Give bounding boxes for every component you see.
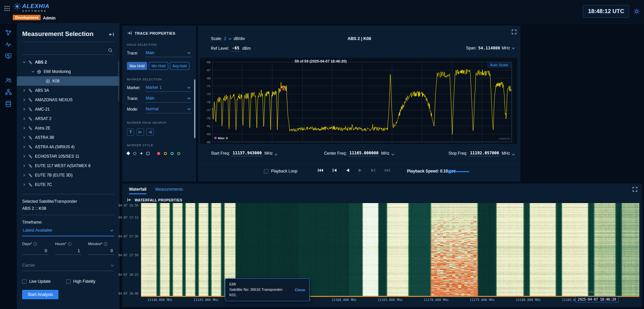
step-back-button[interactable]: [332, 168, 337, 172]
start-analysis-button[interactable]: Start Analysis: [22, 290, 58, 299]
avg-hold-button[interactable]: Avg Hold: [170, 62, 189, 70]
chevron-right-icon[interactable]: [22, 98, 26, 102]
satellite-icon: [28, 98, 33, 102]
slider-knob[interactable]: [448, 170, 452, 173]
tree-item-echostar-105-ses-11[interactable]: ECHOSTAR 105/SES 11: [17, 152, 120, 161]
span-value[interactable]: 54.114000: [478, 46, 500, 50]
chevron-down-icon[interactable]: [274, 153, 278, 156]
hours-input[interactable]: 1: [55, 246, 81, 255]
play-reverse-button[interactable]: [346, 168, 350, 172]
high-fidelity-checkbox[interactable]: High Fidelity: [66, 279, 95, 284]
tree-scrollbar[interactable]: [118, 61, 119, 101]
playback-loop-label: Playback Loop: [271, 169, 297, 173]
minutes-input[interactable]: 0: [88, 246, 114, 255]
users-icon[interactable]: [5, 77, 12, 84]
expand-chart-icon[interactable]: [512, 30, 516, 34]
chevron-right-icon[interactable]: [22, 89, 26, 92]
hold-trace-select[interactable]: Main: [145, 50, 191, 57]
chevron-right-icon[interactable]: [22, 136, 26, 139]
tree-item-abs-3a[interactable]: ABS 3A: [17, 86, 120, 95]
tree-item-eute-117-west-a-satmex-8[interactable]: EUTE 117 WEST A(SATMEX 8: [17, 161, 120, 170]
marker-trace-select[interactable]: Main: [145, 96, 191, 103]
scale-value-select[interactable]: 2: [224, 36, 226, 41]
chevron-down-icon[interactable]: [22, 61, 26, 64]
green-color-swatch[interactable]: [177, 152, 180, 155]
signal-icon[interactable]: [5, 41, 12, 48]
constellation-icon[interactable]: [5, 29, 12, 36]
network-icon[interactable]: [5, 88, 12, 96]
tree-item-astra-2e[interactable]: Astra 2E: [17, 123, 120, 133]
monitor-icon[interactable]: [5, 52, 12, 60]
tree-item-eute-7c[interactable]: EUTE 7C: [17, 180, 120, 189]
collapse-panel-icon[interactable]: [109, 32, 114, 37]
red-color-swatch[interactable]: [157, 152, 160, 155]
ref-level-unit: dBm: [242, 46, 251, 51]
days-input[interactable]: 0: [22, 246, 48, 255]
info-icon[interactable]: i: [33, 242, 37, 246]
chevron-right-icon[interactable]: [22, 126, 26, 130]
tab-measurements[interactable]: Measurements: [155, 187, 183, 194]
live-update-checkbox[interactable]: Live Update: [22, 279, 51, 284]
chevron-right-icon[interactable]: [22, 164, 26, 167]
collapse-right-icon[interactable]: [127, 31, 132, 35]
info-icon[interactable]: i: [68, 242, 72, 246]
chevron-right-icon[interactable]: [22, 117, 26, 120]
chevron-down-icon[interactable]: [31, 70, 35, 73]
timeframe-select[interactable]: Latest Available: [22, 225, 114, 236]
chevron-down-icon[interactable]: [391, 153, 395, 156]
waterfall-tooltip: EMI Satellite No: 36516 Transponder: K01…: [225, 278, 310, 301]
tree-item-astra-4a-sirius-4-[interactable]: ASTRA 4A (SIRIUS 4): [17, 142, 120, 152]
info-icon[interactable]: i: [104, 242, 107, 246]
play-forward-button[interactable]: [358, 168, 362, 172]
tree-item-eute-7b-eute-3d-[interactable]: EUTE 7B (EUTE 3D): [17, 170, 120, 180]
marker-select[interactable]: Marker 1: [145, 85, 191, 92]
stop-freq-input[interactable]: 11192.057000: [469, 151, 500, 156]
peak-search-button[interactable]: [127, 128, 134, 136]
expand-waterfall-icon[interactable]: [633, 187, 637, 192]
peak-right-button[interactable]: [146, 128, 154, 136]
chevron-right-icon[interactable]: [22, 173, 26, 177]
tree-item-abs-2[interactable]: ABS 2: [17, 57, 120, 67]
collapse-left-icon[interactable]: [127, 198, 132, 202]
tree-item-arsat-2[interactable]: ARSAT 2: [17, 114, 120, 123]
diamond-marker-shape[interactable]: [126, 151, 130, 155]
tree-item-astra-3b[interactable]: ASTRA 3B: [17, 133, 120, 142]
center-freq-input[interactable]: 11165.000000: [348, 151, 379, 156]
chevron-right-icon[interactable]: [22, 183, 26, 186]
apps-grid-icon[interactable]: [4, 5, 10, 11]
cyan-color-swatch[interactable]: [171, 152, 174, 155]
orange-color-swatch[interactable]: [164, 152, 167, 155]
spectrum-canvas[interactable]: [200, 58, 517, 144]
mode-select[interactable]: Normal: [145, 107, 191, 113]
auto-scale-button[interactable]: Auto Scale: [487, 62, 511, 68]
playback-loop-checkbox[interactable]: Playback Loop: [264, 169, 297, 173]
ref-level-input[interactable]: -65: [231, 46, 240, 51]
tree-item-amc-21[interactable]: AMC-21: [17, 105, 120, 114]
tree-item-emi-monitoring[interactable]: EMI Monitoring: [17, 67, 120, 76]
chevron-right-icon[interactable]: [22, 145, 26, 149]
square-marker-shape[interactable]: [146, 152, 149, 155]
playback-speed-slider[interactable]: [447, 170, 469, 173]
step-forward-button[interactable]: [371, 168, 376, 172]
tree-item-k08[interactable]: K08: [17, 76, 120, 86]
tab-waterfall[interactable]: Waterfall: [129, 187, 146, 194]
tooltip-close-button[interactable]: Close: [295, 288, 305, 292]
plus-marker-shape[interactable]: +: [140, 152, 143, 155]
skip-to-start-button[interactable]: [318, 168, 323, 172]
trace-panel-scrollbar[interactable]: [194, 79, 195, 138]
chevron-right-icon[interactable]: [22, 155, 26, 158]
max-hold-button[interactable]: Max Hold: [127, 62, 147, 70]
tree-item-amazonas-nexus[interactable]: AMAZONAS NEXUS: [17, 95, 120, 105]
min-hold-button[interactable]: Min Hold: [149, 62, 168, 70]
skip-to-end-button[interactable]: [384, 168, 390, 172]
peak-left-button[interactable]: [137, 128, 144, 136]
search-input[interactable]: [22, 45, 114, 55]
chevron-right-icon[interactable]: [22, 108, 26, 111]
settings-gear-icon[interactable]: [633, 8, 640, 15]
circle-marker-shape[interactable]: [133, 152, 136, 155]
chevron-down-icon[interactable]: [512, 153, 515, 156]
database-icon[interactable]: [5, 100, 12, 108]
carrier-select[interactable]: Carrier: [22, 263, 114, 271]
waterfall-canvas[interactable]: [141, 203, 639, 296]
start-freq-input[interactable]: 11137.943000: [232, 151, 263, 156]
